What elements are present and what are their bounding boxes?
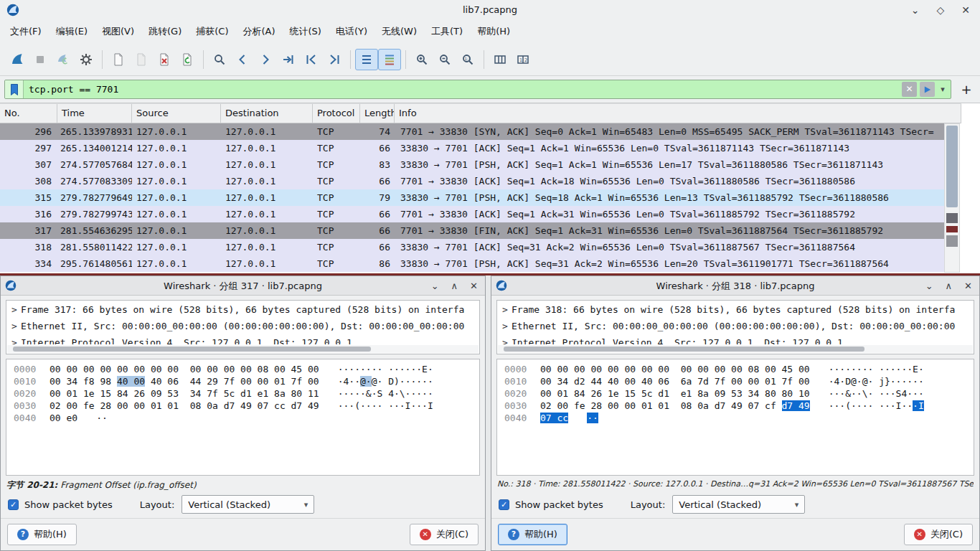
table-row[interactable]: 316279.782799743127.0.0.1127.0.0.1TCP667… <box>0 206 944 222</box>
packet-detail-tree[interactable]: >Frame 318: 66 bytes on wire (528 bits),… <box>496 300 974 354</box>
add-filter-button[interactable]: + <box>957 80 976 99</box>
scrollbar-thumb[interactable] <box>946 126 958 207</box>
next-packet-button[interactable] <box>254 49 277 70</box>
expander-icon[interactable]: > <box>499 334 512 344</box>
table-row[interactable]: 297265.134001214127.0.0.1127.0.0.1TCP663… <box>0 140 944 156</box>
packet-detail-tree[interactable]: >Frame 317: 66 bytes on wire (528 bits),… <box>6 300 480 354</box>
column-header-protocol[interactable]: Protocol <box>313 104 360 123</box>
column-header-info[interactable]: Info <box>395 104 961 123</box>
scrollbar-thumb[interactable] <box>504 347 864 352</box>
numbered-columns-button[interactable]: 12 <box>512 49 534 70</box>
tree-row[interactable]: >Internet Protocol Version 4, Src: 127.0… <box>8 334 479 344</box>
scrollbar-thumb[interactable] <box>13 347 371 352</box>
maximize-icon[interactable]: ∧ <box>451 281 458 291</box>
horizontal-scrollbar[interactable] <box>7 345 479 353</box>
menu-item-2[interactable]: 编辑(E) <box>49 20 95 43</box>
column-header-time[interactable]: Time <box>57 104 132 123</box>
tree-row[interactable]: >Ethernet II, Src: 00:00:00_00:00:00 (00… <box>8 318 479 334</box>
colorize-packets-button[interactable] <box>378 49 401 70</box>
save-file-button[interactable] <box>130 49 153 70</box>
hex-row[interactable]: 004007 cc·· <box>497 412 974 424</box>
tree-row[interactable]: >Frame 317: 66 bytes on wire (528 bits),… <box>8 301 479 318</box>
menu-item-4[interactable]: 跳转(G) <box>141 20 189 43</box>
column-header-length[interactable]: Length <box>360 104 395 123</box>
hex-row[interactable]: 000000 00 00 00 00 00 00 00 00 00 00 00 … <box>6 363 479 375</box>
packet-bytes-pane[interactable]: 000000 00 00 00 00 00 00 00 00 00 00 00 … <box>6 359 480 476</box>
layout-select[interactable]: Vertical (Stacked) ▾ <box>672 495 805 514</box>
menu-item-6[interactable]: 分析(A) <box>235 20 282 43</box>
open-file-button[interactable] <box>107 49 130 70</box>
display-filter-bar[interactable]: ✕ ▾ <box>4 80 951 99</box>
capture-options-button[interactable] <box>75 49 98 70</box>
table-row[interactable]: 307274.577057684127.0.0.1127.0.0.1TCP833… <box>0 156 944 173</box>
last-packet-button[interactable] <box>323 49 346 70</box>
table-row[interactable]: 308274.577083309127.0.0.1127.0.0.1TCP667… <box>0 173 944 189</box>
menu-item-9[interactable]: 无线(W) <box>374 20 424 43</box>
hex-row[interactable]: 002000 01 1e 15 84 26 09 53 34 7f 5c d1 … <box>6 387 479 400</box>
restart-capture-button[interactable] <box>52 49 75 70</box>
column-header-destination[interactable]: Destination <box>221 104 313 123</box>
minimize-icon[interactable]: ⌄ <box>431 281 439 291</box>
hex-row[interactable]: 001000 34 f8 98 40 00 40 06 44 29 7f 00 … <box>6 375 479 387</box>
tree-row[interactable]: >Internet Protocol Version 4, Src: 127.0… <box>499 334 973 344</box>
menu-item-5[interactable]: 捕获(C) <box>189 20 235 43</box>
close-icon[interactable]: ✕ <box>961 4 970 16</box>
hex-row[interactable]: 002000 01 84 26 1e 15 5c d1 e1 8a 09 53 … <box>497 387 974 400</box>
expander-icon[interactable]: > <box>499 318 512 334</box>
filter-input[interactable] <box>24 84 902 95</box>
zoom-out-button[interactable] <box>433 49 456 70</box>
zoom-in-button[interactable] <box>410 49 433 70</box>
layout-select[interactable]: Vertical (Stacked) ▾ <box>182 495 314 514</box>
tree-row[interactable]: >Frame 318: 66 bytes on wire (528 bits),… <box>499 301 973 318</box>
reload-file-button[interactable] <box>176 49 199 70</box>
filter-dropdown-icon[interactable]: ▾ <box>937 85 948 94</box>
hex-row[interactable]: 001000 34 d2 44 40 00 40 06 6a 7d 7f 00 … <box>497 375 974 387</box>
table-row[interactable]: 334295.761480561127.0.0.1127.0.0.1TCP863… <box>0 255 944 272</box>
close-button[interactable]: ✕ 关闭(C) <box>410 524 479 545</box>
expander-icon[interactable]: > <box>8 334 21 344</box>
maximize-icon[interactable]: ∧ <box>946 281 953 291</box>
minimize-icon[interactable]: ⌄ <box>911 4 920 16</box>
previous-packet-button[interactable] <box>231 49 254 70</box>
help-button[interactable]: ? 帮助(H) <box>498 524 567 545</box>
help-button[interactable]: ? 帮助(H) <box>7 524 77 545</box>
horizontal-scrollbar[interactable] <box>498 345 973 353</box>
table-row[interactable]: 315279.782779649127.0.0.1127.0.0.1TCP793… <box>0 189 944 206</box>
filter-bookmark-icon[interactable] <box>5 80 24 98</box>
maximize-icon[interactable]: ◇ <box>936 4 944 16</box>
resize-columns-button[interactable] <box>489 49 512 70</box>
menu-item-10[interactable]: 工具(T) <box>424 20 470 43</box>
stop-capture-button[interactable] <box>29 49 52 70</box>
expander-icon[interactable]: > <box>8 318 21 334</box>
close-icon[interactable]: ✕ <box>964 281 972 291</box>
window-titlebar[interactable]: lib7.pcapng ⌄ ◇ ✕ <box>0 0 980 20</box>
find-packet-button[interactable] <box>208 49 231 70</box>
dialog-titlebar[interactable]: Wireshark · 分组 317 · lib7.pcapng ⌄ ∧ ✕ <box>1 276 485 296</box>
column-header-no[interactable]: No. <box>0 104 57 123</box>
minimize-icon[interactable]: ⌄ <box>925 281 933 291</box>
menu-item-1[interactable]: 文件(F) <box>3 20 49 43</box>
menu-item-7[interactable]: 统计(S) <box>283 20 329 43</box>
column-header-source[interactable]: Source <box>132 104 221 123</box>
hex-row[interactable]: 004000 e0·· <box>6 412 479 424</box>
show-packet-bytes-checkbox[interactable]: ✓ <box>8 499 19 510</box>
close-icon[interactable]: ✕ <box>470 281 478 291</box>
expander-icon[interactable]: > <box>8 301 21 318</box>
hex-row[interactable]: 003002 00 fe 28 00 00 01 01 08 0a d7 49 … <box>497 400 974 412</box>
close-file-button[interactable] <box>153 49 176 70</box>
table-row[interactable]: 317281.554636295127.0.0.1127.0.0.1TCP667… <box>0 222 944 239</box>
packet-list-scrollbar[interactable] <box>944 123 960 273</box>
table-row[interactable]: 296265.133978931127.0.0.1127.0.0.1TCP747… <box>0 123 944 140</box>
table-row[interactable]: 318281.558011422127.0.0.1127.0.0.1TCP663… <box>0 239 944 255</box>
expander-icon[interactable]: > <box>499 301 512 318</box>
filter-apply-icon[interactable] <box>920 82 935 97</box>
zoom-reset-button[interactable]: 1:1 <box>456 49 479 70</box>
show-packet-bytes-checkbox[interactable]: ✓ <box>499 499 509 510</box>
tree-row[interactable]: >Ethernet II, Src: 00:00:00_00:00:00 (00… <box>499 318 973 334</box>
hex-row[interactable]: 000000 00 00 00 00 00 00 00 00 00 00 00 … <box>497 363 974 375</box>
close-button[interactable]: ✕ 关闭(C) <box>904 524 973 545</box>
menu-item-3[interactable]: 视图(V) <box>95 20 141 43</box>
dialog-titlebar[interactable]: Wireshark · 分组 318 · lib7.pcapng ⌄ ∧ ✕ <box>491 276 979 296</box>
auto-scroll-button[interactable] <box>355 49 378 70</box>
menu-item-11[interactable]: 帮助(H) <box>470 20 517 43</box>
